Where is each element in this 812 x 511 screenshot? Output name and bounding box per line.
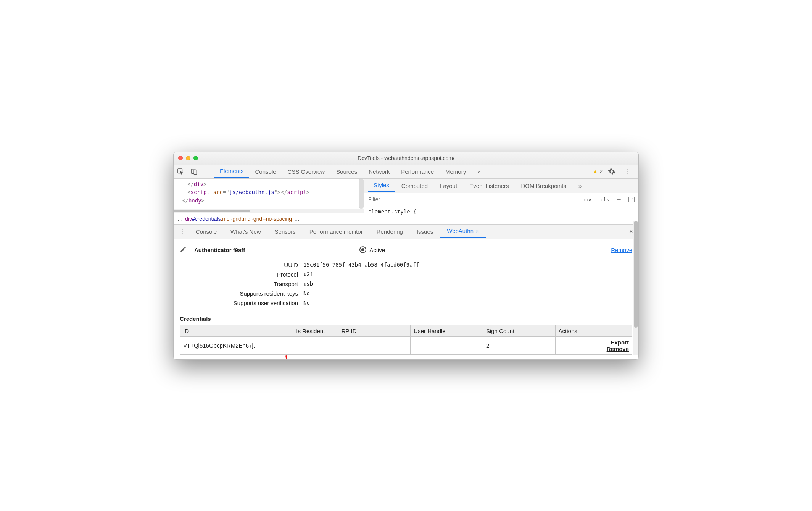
drawer-tabs: Console What's New Sensors Performance m… (189, 225, 629, 238)
styles-tabs-overflow[interactable]: » (573, 179, 587, 192)
cred-actions: Export Remove (555, 336, 632, 354)
authenticator-header: Authenticator f9aff Active Remove (180, 246, 632, 254)
styles-filter-input[interactable] (364, 196, 579, 202)
toggle-sidebar-icon[interactable] (628, 197, 635, 202)
radio-icon (359, 246, 366, 253)
main-tabbar: Elements Console CSS Overview Sources Ne… (174, 165, 638, 179)
drawer-more-icon[interactable]: ⋮ (177, 226, 187, 237)
export-link[interactable]: Export (559, 339, 629, 346)
cred-id: VT+Ql516ObcpKRM2En67j… (180, 336, 293, 354)
tab-css-overview[interactable]: CSS Overview (282, 165, 330, 178)
elements-vscroll[interactable] (359, 179, 364, 209)
tab-event-listeners[interactable]: Event Listeners (464, 179, 514, 192)
drawer-tab-sensors[interactable]: Sensors (268, 225, 303, 238)
element-style-rule[interactable]: element.style { (364, 206, 638, 217)
breadcrumb-prev[interactable]: … (177, 216, 183, 222)
elements-pane: </div> <script src="js/webauthn.js"></sc… (174, 179, 364, 224)
annotation-arrow-icon (280, 354, 301, 360)
warning-icon: ▲ (593, 168, 598, 175)
resident-value: No (303, 290, 310, 297)
devtools-body: Elements Console CSS Overview Sources Ne… (174, 165, 638, 359)
transport-label: Transport (210, 281, 298, 287)
verify-value: No (303, 300, 310, 306)
drawer-tab-webauthn[interactable]: WebAuthn × (440, 225, 486, 238)
tab-console[interactable]: Console (250, 165, 282, 178)
main-tabs: Elements Console CSS Overview Sources Ne… (208, 165, 593, 178)
resident-label: Supports resident keys (210, 290, 298, 297)
col-actions[interactable]: Actions (555, 325, 632, 336)
uuid-value: 15c01f56-785f-43b4-ab58-4facd60f9aff (303, 262, 419, 268)
col-user-handle[interactable]: User Handle (411, 325, 483, 336)
more-menu-icon[interactable]: ⋮ (622, 166, 633, 177)
edit-icon[interactable] (180, 246, 187, 254)
toolbar-right: ▲ 2 ⋮ (593, 166, 638, 177)
protocol-label: Protocol (210, 271, 298, 278)
tabs-overflow[interactable]: » (472, 165, 486, 178)
tab-elements[interactable]: Elements (214, 165, 249, 178)
table-row: VT+Ql516ObcpKRM2En67j… 2 Export Remove (180, 336, 632, 354)
device-toggle-icon[interactable] (189, 166, 200, 177)
panels-row: </div> <script src="js/webauthn.js"></sc… (174, 179, 638, 225)
cred-is-resident (293, 336, 338, 354)
protocol-value: u2f (303, 271, 313, 278)
content-vscroll[interactable] (633, 221, 638, 355)
remove-link[interactable]: Remove (559, 346, 629, 352)
cls-toggle[interactable]: .cls (598, 197, 609, 202)
credentials-table: ID Is Resident RP ID User Handle Sign Co… (180, 325, 632, 355)
tab-memory[interactable]: Memory (440, 165, 471, 178)
tab-computed[interactable]: Computed (396, 179, 433, 192)
active-radio[interactable]: Active (359, 246, 385, 253)
authenticator-name: Authenticator f9aff (194, 247, 245, 253)
tab-styles[interactable]: Styles (368, 179, 395, 192)
cred-rp-id (338, 336, 411, 354)
tab-sources[interactable]: Sources (331, 165, 362, 178)
col-is-resident[interactable]: Is Resident (293, 325, 338, 336)
active-label: Active (369, 247, 385, 253)
cred-user-handle (411, 336, 483, 354)
drawer-tab-perf-monitor[interactable]: Performance monitor (303, 225, 370, 238)
cred-sign-count: 2 (483, 336, 555, 354)
uuid-label: UUID (210, 262, 298, 268)
tab-network[interactable]: Network (363, 165, 395, 178)
drawer-tabbar: ⋮ Console What's New Sensors Performance… (174, 225, 638, 239)
drawer-tab-console[interactable]: Console (189, 225, 224, 238)
inspect-element-icon[interactable] (175, 166, 186, 177)
styles-pane: Styles Computed Layout Event Listeners D… (364, 179, 638, 224)
webauthn-panel: Authenticator f9aff Active Remove UUID15… (174, 239, 638, 359)
close-tab-icon[interactable]: × (476, 228, 479, 234)
new-style-rule-icon[interactable]: ＋ (615, 195, 622, 204)
credentials-title: Credentials (180, 315, 632, 322)
warning-count: 2 (599, 168, 603, 175)
breadcrumb[interactable]: … div#credentials.mdl-grid.mdl-grid--no-… (174, 213, 364, 224)
titlebar: DevTools - webauthndemo.appspot.com/ (174, 152, 638, 165)
remove-authenticator-link[interactable]: Remove (611, 247, 632, 253)
tab-layout[interactable]: Layout (435, 179, 462, 192)
verify-label: Supports user verification (210, 300, 298, 306)
col-sign-count[interactable]: Sign Count (483, 325, 555, 336)
breadcrumb-next[interactable]: … (294, 216, 300, 222)
authenticator-props: UUID15c01f56-785f-43b4-ab58-4facd60f9aff… (210, 262, 632, 306)
drawer-tab-whats-new[interactable]: What's New (224, 225, 268, 238)
col-id[interactable]: ID (180, 325, 293, 336)
tab-dom-breakpoints[interactable]: DOM Breakpoints (516, 179, 572, 192)
styles-tabbar: Styles Computed Layout Event Listeners D… (364, 179, 638, 193)
col-rp-id[interactable]: RP ID (338, 325, 411, 336)
transport-value: usb (303, 281, 313, 287)
devtools-window: DevTools - webauthndemo.appspot.com/ Ele… (173, 152, 639, 360)
table-header-row: ID Is Resident RP ID User Handle Sign Co… (180, 325, 632, 336)
warnings-badge[interactable]: ▲ 2 (593, 168, 603, 175)
drawer-tab-rendering[interactable]: Rendering (370, 225, 410, 238)
svg-rect-2 (194, 170, 197, 174)
tab-performance[interactable]: Performance (396, 165, 439, 178)
hov-toggle[interactable]: :hov (579, 197, 591, 202)
settings-icon[interactable] (606, 166, 617, 177)
styles-filter-row: :hov .cls ＋ (364, 193, 638, 206)
window-title: DevTools - webauthndemo.appspot.com/ (174, 155, 638, 161)
elements-hscroll[interactable] (174, 209, 364, 213)
dom-tree[interactable]: </div> <script src="js/webauthn.js"></sc… (174, 179, 364, 209)
drawer-tab-issues[interactable]: Issues (410, 225, 440, 238)
